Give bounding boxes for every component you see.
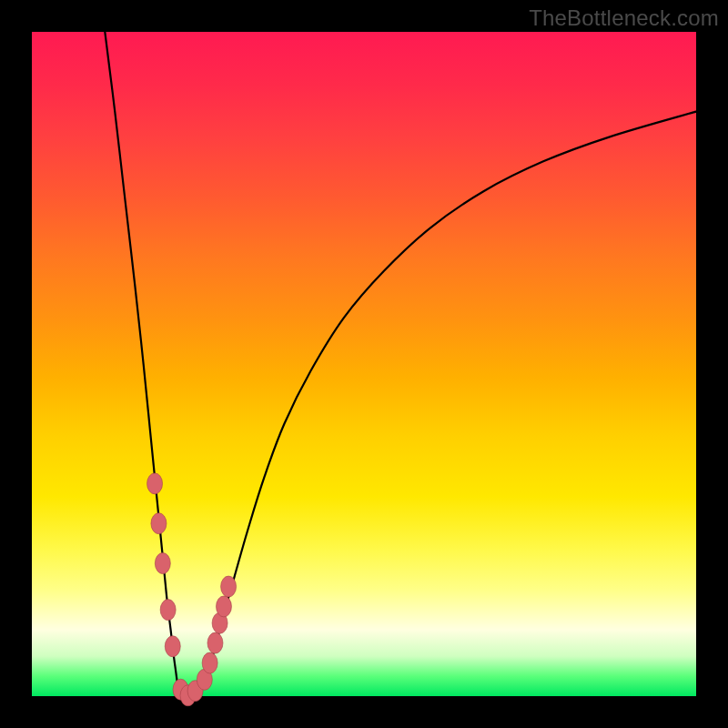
marker-point [151,513,167,534]
highlighted-points [147,473,237,706]
marker-point [147,473,163,494]
marker-point [216,596,231,617]
chart-frame: TheBottleneck.com [0,0,728,728]
marker-point [165,636,180,657]
plot-svg [32,32,696,696]
bottleneck-curve [105,32,696,696]
watermark-text: TheBottleneck.com [529,5,719,31]
marker-point [202,652,217,673]
marker-point [221,576,237,597]
marker-point [207,632,223,653]
marker-point [155,553,170,574]
plot-area [32,32,696,696]
marker-point [160,600,176,621]
